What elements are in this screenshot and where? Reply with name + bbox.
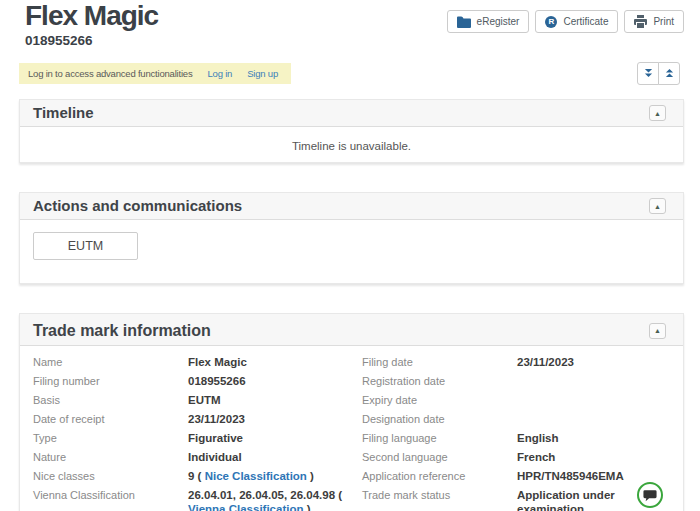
field-nice-classes: Nice classes 9 ( Nice Classification ) <box>33 469 362 483</box>
field-type: Type Figurative <box>33 431 362 445</box>
nice-classification-link[interactable]: Nice Classification <box>205 470 307 482</box>
print-label: Print <box>653 16 674 27</box>
field-second-language: Second language French <box>362 450 670 464</box>
timeline-section: Timeline ▲ Timeline is unavailable. <box>19 99 684 163</box>
actions-header: Actions and communications ▲ <box>20 193 683 220</box>
trademark-right-column: Filing date 23/11/2023 Registration date… <box>362 355 670 511</box>
trademark-left-column: Name Flex Magic Filing number 018955266 … <box>33 355 362 511</box>
login-row: Log in to access advanced functionalitie… <box>19 62 684 85</box>
eregister-button[interactable]: eRegister <box>447 10 530 33</box>
trademark-header: Trade mark information ▲ <box>20 314 683 346</box>
double-chevron-down-icon <box>644 68 653 79</box>
field-expiry-date: Expiry date <box>362 393 670 407</box>
registered-icon: R <box>545 16 557 28</box>
timeline-title: Timeline <box>33 104 94 122</box>
trademark-collapse-button[interactable]: ▲ <box>649 323 666 339</box>
actions-title: Actions and communications <box>33 197 242 215</box>
top-buttons: eRegister R Certificate Print <box>447 10 684 33</box>
field-filing-language: Filing language English <box>362 431 670 445</box>
certificate-label: Certificate <box>563 16 608 27</box>
field-registration-date: Registration date <box>362 374 670 388</box>
eregister-label: eRegister <box>477 16 520 27</box>
field-basis: Basis EUTM <box>33 393 362 407</box>
page: Flex Magic 018955266 eRegister R Certifi… <box>0 0 700 511</box>
field-date-of-receipt: Date of receipt 23/11/2023 <box>33 412 362 426</box>
trademark-number: 018955266 <box>19 33 158 48</box>
field-filing-number: Filing number 018955266 <box>33 374 362 388</box>
expand-collapse-group <box>637 62 680 85</box>
double-chevron-up-icon <box>665 68 674 79</box>
expand-all-button[interactable] <box>637 62 659 85</box>
chatbot-button[interactable] <box>637 482 663 508</box>
field-trademark-status: Trade mark status Application under exam… <box>362 488 670 511</box>
timeline-header: Timeline ▲ <box>20 100 683 127</box>
actions-body: EUTM <box>20 220 683 283</box>
field-name: Name Flex Magic <box>33 355 362 369</box>
chat-bubble-icon <box>643 489 657 502</box>
signup-link[interactable]: Sign up <box>247 68 278 79</box>
top-bar: Flex Magic 018955266 eRegister R Certifi… <box>19 0 684 48</box>
vienna-classification-link[interactable]: Vienna Classification <box>188 503 303 511</box>
printer-icon <box>634 15 647 28</box>
login-link[interactable]: Log in <box>208 68 233 79</box>
trademark-section: Trade mark information ▲ Name Flex Magic… <box>19 313 684 511</box>
field-designation-date: Designation date <box>362 412 670 426</box>
certificate-button[interactable]: R Certificate <box>535 10 618 33</box>
login-banner: Log in to access advanced functionalitie… <box>19 63 291 84</box>
actions-section: Actions and communications ▲ EUTM <box>19 192 684 284</box>
print-button[interactable]: Print <box>624 10 684 33</box>
field-application-reference: Application reference HPR/TN485946EMA <box>362 469 670 483</box>
login-message: Log in to access advanced functionalitie… <box>28 68 193 79</box>
field-vienna-classification: Vienna Classification 26.04.01, 26.04.05… <box>33 488 362 511</box>
field-filing-date: Filing date 23/11/2023 <box>362 355 670 369</box>
timeline-collapse-button[interactable]: ▲ <box>649 105 666 121</box>
collapse-all-button[interactable] <box>658 62 680 85</box>
eutm-tab-button[interactable]: EUTM <box>33 232 138 260</box>
title-block: Flex Magic 018955266 <box>19 1 158 48</box>
trademark-body: Name Flex Magic Filing number 018955266 … <box>20 346 683 511</box>
page-title: Flex Magic <box>19 1 158 31</box>
folder-icon <box>457 16 471 28</box>
timeline-empty-message: Timeline is unavailable. <box>20 127 683 162</box>
trademark-title: Trade mark information <box>33 321 211 340</box>
field-nature: Nature Individual <box>33 450 362 464</box>
actions-collapse-button[interactable]: ▲ <box>649 198 666 214</box>
